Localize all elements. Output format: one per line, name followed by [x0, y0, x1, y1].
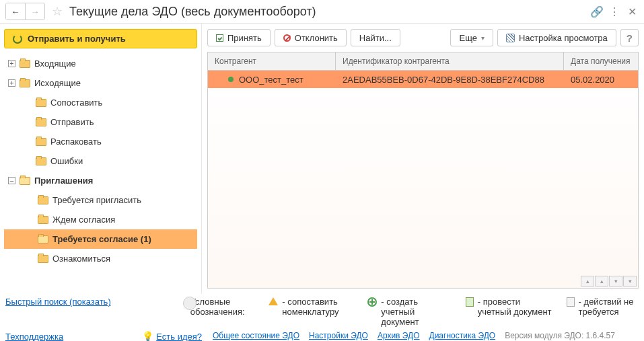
- link-archive[interactable]: Архив ЭДО: [378, 331, 420, 340]
- footer: Быстрый поиск (показать) Условные обозна…: [0, 294, 644, 341]
- tree-item-invitations[interactable]: –Приглашения: [4, 171, 197, 190]
- nav-back-button[interactable]: ←: [6, 3, 25, 20]
- page-title: Текущие дела ЭДО (весь документооборот): [69, 5, 586, 19]
- col-date[interactable]: Дата получения: [564, 52, 638, 70]
- folder-icon: [36, 157, 46, 165]
- folder-icon: [38, 216, 48, 224]
- cell-date: 05.02.2020: [564, 75, 638, 85]
- find-button[interactable]: Найти...: [351, 29, 400, 46]
- folder-icon: [36, 138, 46, 146]
- view-settings-button[interactable]: Настройка просмотра: [497, 29, 616, 46]
- scroll-controls: ▴ ▴ ▾ ▾: [581, 276, 637, 287]
- folder-icon: [20, 60, 30, 68]
- tree-item-review[interactable]: Ознакомиться: [4, 249, 197, 268]
- tree-label: Приглашения: [34, 176, 93, 186]
- tree-item-errors[interactable]: Ошибки: [4, 151, 197, 171]
- legend-item: - создать учетный документ: [367, 297, 450, 327]
- tree-item-need-invite[interactable]: Требуется пригласить: [4, 190, 197, 210]
- plus-circle-icon: [367, 297, 377, 307]
- data-table: Контрагент Идентификатор контрагента Дат…: [207, 52, 639, 289]
- folder-open-icon: [20, 177, 30, 185]
- tree-label: Отправить: [50, 117, 94, 127]
- scroll-up-icon[interactable]: ▴: [595, 276, 608, 287]
- tree-label: Ознакомиться: [52, 254, 110, 264]
- bulb-icon: 💡: [142, 331, 153, 341]
- tree-label: Сопоставить: [50, 98, 102, 108]
- quick-search-link[interactable]: Быстрый поиск (показать): [5, 297, 180, 307]
- question-icon: ?: [627, 32, 633, 44]
- refresh-icon: [13, 34, 22, 44]
- accept-button[interactable]: Принять: [207, 29, 271, 46]
- record-icon[interactable]: [183, 297, 196, 310]
- folder-open-icon: [38, 235, 48, 243]
- nav-forward-button[interactable]: →: [26, 3, 44, 20]
- tree-item-outbox[interactable]: +Исходящие: [4, 73, 197, 93]
- sidebar: Отправить и получить +Входящие +Исходящи…: [0, 24, 202, 294]
- folder-icon: [38, 196, 48, 204]
- link-state[interactable]: Общее состояние ЭДО: [213, 331, 299, 340]
- folder-icon: [36, 99, 46, 107]
- expand-icon[interactable]: +: [8, 79, 15, 87]
- link-icon[interactable]: 🔗: [590, 5, 604, 18]
- tree-label: Распаковать: [50, 137, 102, 147]
- collapse-icon[interactable]: –: [8, 177, 15, 184]
- legend-title: Условные обозначения:: [190, 297, 254, 317]
- tree-label: Требуется пригласить: [52, 195, 141, 205]
- legend-item: - действий не требуется: [567, 297, 639, 317]
- idea-link[interactable]: Есть идея?: [156, 332, 202, 342]
- chevron-down-icon: ▾: [481, 34, 485, 42]
- favorite-star-icon[interactable]: ☆: [52, 4, 63, 19]
- accept-icon: [216, 34, 223, 42]
- send-receive-button[interactable]: Отправить и получить: [4, 29, 197, 48]
- col-id[interactable]: Идентификатор контрагента: [336, 52, 564, 70]
- cell-id: 2AEDAB55BEB-0D67-42DB-9E8D-38EBF274CD88: [336, 75, 564, 85]
- gear-icon: [506, 34, 515, 42]
- folder-icon: [20, 79, 30, 87]
- link-diag[interactable]: Диагностика ЭДО: [429, 331, 496, 340]
- version-label: Версия модуля ЭДО: 1.6.4.57: [505, 331, 615, 340]
- legend-item: - сопоставить номенклатуру: [269, 297, 353, 317]
- table-body: ООО_тест_тест 2AEDAB55BEB-0D67-42DB-9E8D…: [208, 71, 638, 288]
- document-check-icon: [466, 297, 474, 307]
- col-contractor[interactable]: Контрагент: [208, 52, 336, 70]
- tree-item-inbox[interactable]: +Входящие: [4, 54, 197, 73]
- folder-tree: +Входящие +Исходящие Сопоставить Отправи…: [4, 54, 197, 289]
- legend: Условные обозначения: - сопоставить номе…: [190, 297, 639, 327]
- tree-label: Требуется согласие (1): [52, 234, 151, 244]
- document-icon: [567, 297, 575, 307]
- tree-item-need-consent[interactable]: Требуется согласие (1): [4, 229, 197, 249]
- expand-icon[interactable]: +: [8, 60, 15, 67]
- more-vert-icon[interactable]: ⋮: [608, 5, 621, 18]
- tree-label: Исходящие: [34, 78, 81, 88]
- table-row[interactable]: ООО_тест_тест 2AEDAB55BEB-0D67-42DB-9E8D…: [208, 71, 638, 88]
- tree-item-unpack[interactable]: Распаковать: [4, 132, 197, 151]
- cell-contractor: ООО_тест_тест: [208, 75, 336, 85]
- window-header: ← → ☆ Текущие дела ЭДО (весь документооб…: [0, 0, 644, 23]
- folder-icon: [38, 255, 48, 263]
- legend-item: - провести учетный документ: [466, 297, 552, 317]
- more-button[interactable]: Еще▾: [450, 29, 493, 46]
- tree-item-send[interactable]: Отправить: [4, 112, 197, 132]
- tree-label: Ошибки: [50, 156, 83, 166]
- close-icon[interactable]: ✕: [625, 5, 639, 18]
- send-receive-label: Отправить и получить: [28, 34, 126, 44]
- toolbar: Принять Отклонить Найти... Еще▾ Настройк…: [207, 29, 639, 46]
- folder-icon: [36, 118, 46, 126]
- table-header: Контрагент Идентификатор контрагента Дат…: [208, 52, 638, 71]
- scroll-bottom-icon[interactable]: ▾: [623, 276, 637, 287]
- scroll-top-icon[interactable]: ▴: [581, 276, 594, 287]
- link-settings[interactable]: Настройки ЭДО: [309, 331, 368, 340]
- tree-item-match[interactable]: Сопоставить: [4, 93, 197, 112]
- tree-label: Входящие: [34, 59, 76, 69]
- nav-buttons: ← →: [5, 3, 45, 20]
- decline-button[interactable]: Отклонить: [275, 29, 347, 46]
- tree-label: Ждем согласия: [52, 215, 115, 225]
- scroll-down-icon[interactable]: ▾: [609, 276, 622, 287]
- support-link[interactable]: Техподдержка: [5, 332, 63, 342]
- decline-icon: [283, 34, 291, 42]
- main-panel: Принять Отклонить Найти... Еще▾ Настройк…: [202, 24, 644, 294]
- warning-icon: [269, 297, 278, 305]
- status-dot-icon: [228, 77, 234, 82]
- tree-item-waiting[interactable]: Ждем согласия: [4, 210, 197, 229]
- help-button[interactable]: ?: [620, 29, 639, 46]
